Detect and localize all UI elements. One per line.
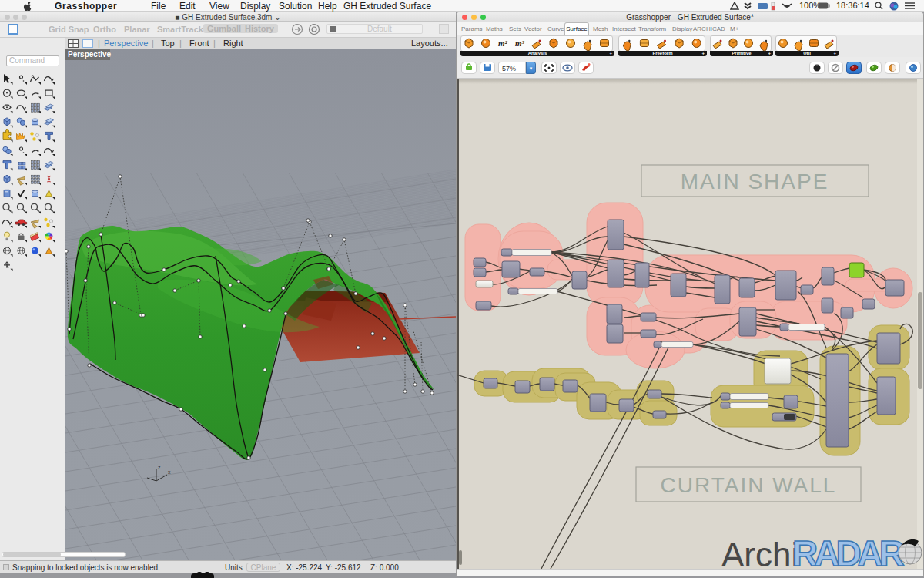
svg-text:m³: m³ [515, 39, 525, 48]
svg-text:Archi: Archi [721, 536, 798, 569]
svg-text:z: z [158, 465, 161, 470]
svg-text:CURTAIN WALL: CURTAIN WALL [661, 473, 837, 497]
svg-text:m²: m² [498, 39, 508, 48]
svg-text:MAIN SHAPE: MAIN SHAPE [681, 170, 829, 193]
svg-text:RADAR: RADAR [792, 533, 905, 569]
svg-text:x: x [168, 469, 171, 475]
